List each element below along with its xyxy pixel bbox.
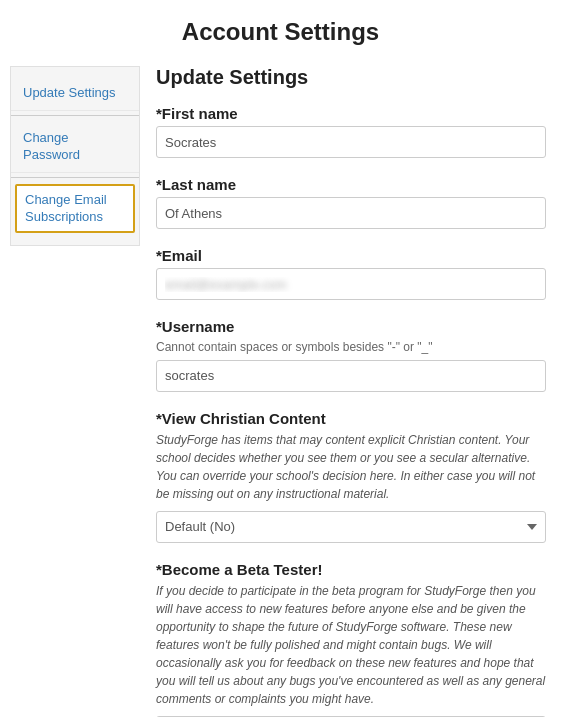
email-label: *Email <box>156 247 551 264</box>
page-title: Account Settings <box>20 18 541 46</box>
christian-content-select[interactable]: Default (No) Yes No <box>156 511 546 543</box>
christian-content-group: *View Christian Content StudyForge has i… <box>156 410 551 543</box>
last-name-input[interactable] <box>156 197 546 229</box>
last-name-label: *Last name <box>156 176 551 193</box>
sidebar-item-change-email-subscriptions[interactable]: Change Email Subscriptions <box>15 184 135 234</box>
page-header: Account Settings <box>0 0 561 56</box>
email-input[interactable] <box>156 268 546 300</box>
username-input[interactable] <box>156 360 546 392</box>
beta-tester-label: *Become a Beta Tester! <box>156 561 551 578</box>
email-group: *Email <box>156 247 551 300</box>
first-name-label: *First name <box>156 105 551 122</box>
main-content: Update Settings *First name *Last name *… <box>156 66 551 717</box>
christian-content-description: StudyForge has items that may content ex… <box>156 431 546 503</box>
first-name-group: *First name <box>156 105 551 158</box>
sidebar: Update Settings Change Password Change E… <box>10 66 140 246</box>
beta-tester-description: If you decide to participate in the beta… <box>156 582 546 708</box>
username-label: *Username <box>156 318 551 335</box>
username-hint: Cannot contain spaces or symbols besides… <box>156 339 551 356</box>
beta-tester-group: *Become a Beta Tester! If you decide to … <box>156 561 551 717</box>
layout: Update Settings Change Password Change E… <box>0 56 561 717</box>
last-name-group: *Last name <box>156 176 551 229</box>
christian-content-label: *View Christian Content <box>156 410 551 427</box>
sidebar-divider-2 <box>11 177 139 178</box>
sidebar-item-change-password[interactable]: Change Password <box>11 122 139 173</box>
section-title: Update Settings <box>156 66 551 89</box>
sidebar-item-update-settings[interactable]: Update Settings <box>11 77 139 111</box>
sidebar-divider <box>11 115 139 116</box>
first-name-input[interactable] <box>156 126 546 158</box>
username-group: *Username Cannot contain spaces or symbo… <box>156 318 551 392</box>
